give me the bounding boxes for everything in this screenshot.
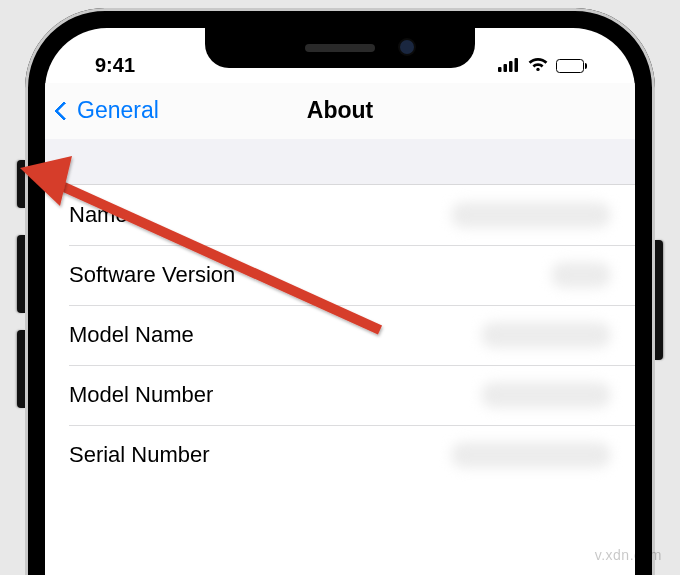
svg-rect-2 — [509, 61, 513, 72]
row-value-blurred — [481, 322, 611, 348]
speaker-grille — [305, 44, 375, 52]
row-name[interactable]: Name — [45, 185, 635, 245]
row-value-blurred — [451, 442, 611, 468]
navigation-bar: General About — [45, 83, 635, 139]
mute-switch[interactable] — [17, 160, 25, 208]
notch — [205, 28, 475, 68]
battery-icon — [556, 59, 587, 73]
side-button[interactable] — [655, 240, 663, 360]
svg-rect-3 — [515, 58, 519, 72]
cellular-signal-icon — [498, 54, 520, 77]
phone-frame: 9:41 — [25, 8, 655, 575]
back-button[interactable]: General — [57, 97, 159, 124]
volume-up-button[interactable] — [17, 235, 25, 313]
row-serial-number[interactable]: Serial Number — [45, 425, 635, 485]
row-software-version[interactable]: Software Version — [45, 245, 635, 305]
row-value-blurred — [551, 262, 611, 288]
row-label: Serial Number — [69, 442, 210, 468]
row-value-blurred — [451, 202, 611, 228]
svg-rect-1 — [504, 64, 508, 72]
svg-rect-0 — [498, 67, 502, 72]
chevron-left-icon — [54, 101, 74, 121]
row-label: Name — [69, 202, 128, 228]
screen: 9:41 — [45, 28, 635, 575]
row-label: Software Version — [69, 262, 235, 288]
row-value-blurred — [481, 382, 611, 408]
watermark: v.xdn.com — [595, 547, 662, 563]
table-group-header — [45, 139, 635, 185]
back-button-label: General — [77, 97, 159, 124]
front-camera — [400, 40, 414, 54]
row-model-number[interactable]: Model Number — [45, 365, 635, 425]
volume-down-button[interactable] — [17, 330, 25, 408]
row-label: Model Number — [69, 382, 213, 408]
svg-point-4 — [536, 68, 539, 71]
status-time: 9:41 — [83, 54, 135, 77]
wifi-icon — [527, 54, 549, 77]
row-label: Model Name — [69, 322, 194, 348]
row-model-name[interactable]: Model Name — [45, 305, 635, 365]
